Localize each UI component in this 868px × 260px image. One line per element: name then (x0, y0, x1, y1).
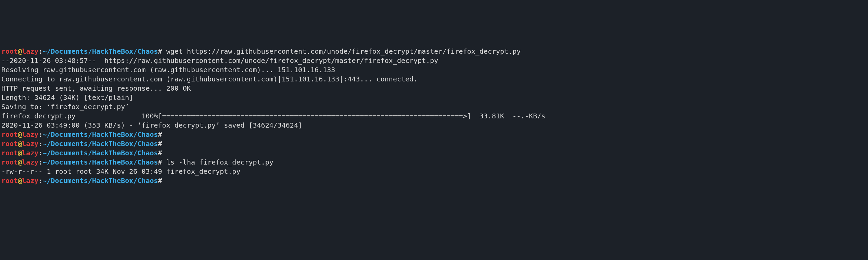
prompt-line: root@lazy:~/Documents/HackTheBox/Chaos# (1, 130, 867, 139)
prompt-hash: # (158, 47, 162, 55)
prompt-line: root@lazy:~/Documents/HackTheBox/Chaos# (1, 148, 867, 158)
prompt-colon: : (38, 130, 42, 139)
prompt-line: root@lazy:~/Documents/HackTheBox/Chaos# (1, 176, 867, 185)
output-line: firefox_decrypt.py 100%[================… (1, 112, 867, 121)
output-line: Connecting to raw.githubusercontent.com … (1, 75, 867, 84)
prompt-line: root@lazy:~/Documents/HackTheBox/Chaos# (1, 139, 867, 148)
output-text: 2020-11-26 03:49:00 (353 KB/s) - ‘firefo… (1, 121, 302, 129)
prompt-host: lazy (22, 140, 38, 148)
output-text: Length: 34624 (34K) [text/plain] (1, 93, 133, 102)
prompt-colon: : (38, 47, 42, 55)
output-text: -rw-r--r-- 1 root root 34K Nov 26 03:49 … (1, 167, 240, 176)
output-text: HTTP request sent, awaiting response... … (1, 84, 191, 92)
terminal-output[interactable]: root@lazy:~/Documents/HackTheBox/Chaos# … (0, 46, 868, 186)
prompt-host: lazy (22, 47, 38, 55)
prompt-at: @ (18, 177, 22, 185)
output-line: Length: 34624 (34K) [text/plain] (1, 93, 867, 102)
prompt-path: ~/Documents/HackTheBox/Chaos (42, 149, 158, 157)
prompt-hash: # (158, 158, 162, 166)
prompt-user: root (1, 47, 18, 55)
prompt-at: @ (18, 158, 22, 166)
prompt-at: @ (18, 130, 22, 139)
output-line: --2020-11-26 03:48:57-- https://raw.gith… (1, 56, 867, 65)
prompt-colon: : (38, 149, 42, 157)
output-text: Connecting to raw.githubusercontent.com … (1, 75, 418, 83)
output-text: firefox_decrypt.py 100%[================… (1, 112, 545, 120)
output-line: Resolving raw.githubusercontent.com (raw… (1, 65, 867, 75)
prompt-host: lazy (22, 177, 38, 185)
output-line: 2020-11-26 03:49:00 (353 KB/s) - ‘firefo… (1, 121, 867, 130)
prompt-user: root (1, 158, 18, 166)
prompt-host: lazy (22, 149, 38, 157)
output-text: --2020-11-26 03:48:57-- https://raw.gith… (1, 56, 438, 65)
command-text: ls -lha firefox_decrypt.py (162, 158, 273, 166)
prompt-hash: # (158, 130, 162, 139)
prompt-colon: : (38, 158, 42, 166)
prompt-user: root (1, 149, 18, 157)
prompt-path: ~/Documents/HackTheBox/Chaos (42, 47, 158, 55)
prompt-user: root (1, 130, 18, 139)
prompt-host: lazy (22, 158, 38, 166)
output-text: Resolving raw.githubusercontent.com (raw… (1, 66, 335, 74)
prompt-path: ~/Documents/HackTheBox/Chaos (42, 177, 158, 185)
prompt-path: ~/Documents/HackTheBox/Chaos (42, 140, 158, 148)
prompt-at: @ (18, 140, 22, 148)
prompt-user: root (1, 140, 18, 148)
output-line: Saving to: ‘firefox_decrypt.py’ (1, 102, 867, 112)
prompt-path: ~/Documents/HackTheBox/Chaos (42, 158, 158, 166)
prompt-hash: # (158, 140, 162, 148)
prompt-at: @ (18, 47, 22, 55)
output-text: Saving to: ‘firefox_decrypt.py’ (1, 103, 129, 111)
command-text: wget https://raw.githubusercontent.com/u… (162, 47, 521, 55)
prompt-host: lazy (22, 130, 38, 139)
prompt-at: @ (18, 149, 22, 157)
prompt-hash: # (158, 177, 162, 185)
prompt-user: root (1, 177, 18, 185)
output-line: HTTP request sent, awaiting response... … (1, 84, 867, 93)
prompt-colon: : (38, 140, 42, 148)
prompt-line: root@lazy:~/Documents/HackTheBox/Chaos# … (1, 47, 867, 56)
output-line: -rw-r--r-- 1 root root 34K Nov 26 03:49 … (1, 167, 867, 176)
prompt-path: ~/Documents/HackTheBox/Chaos (42, 130, 158, 139)
prompt-hash: # (158, 149, 162, 157)
prompt-line: root@lazy:~/Documents/HackTheBox/Chaos# … (1, 158, 867, 167)
prompt-colon: : (38, 177, 42, 185)
